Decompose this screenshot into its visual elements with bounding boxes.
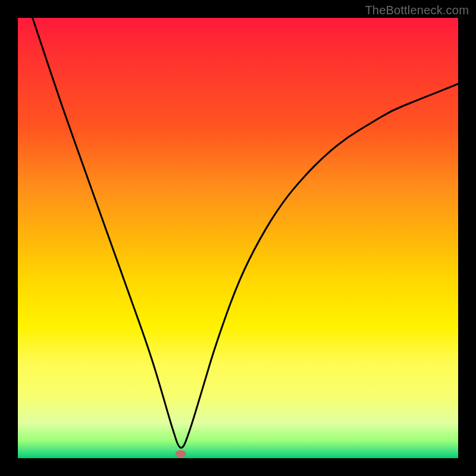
bottleneck-curve [18, 18, 458, 458]
chart-area [18, 18, 458, 458]
watermark-text: TheBottleneck.com [365, 4, 469, 17]
minimum-marker [176, 450, 186, 458]
